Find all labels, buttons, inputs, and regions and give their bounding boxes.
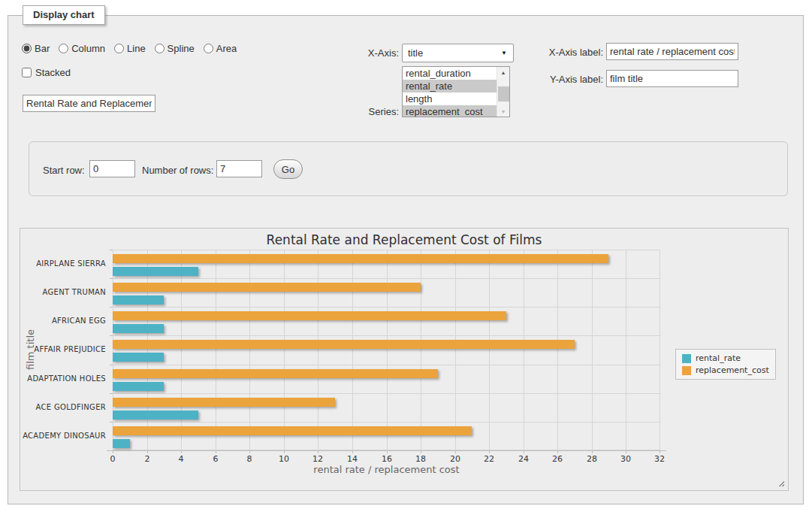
chart-type-radio-spline[interactable] [155,44,165,53]
y-category-label: ACE GOLDFINGER [20,403,106,412]
bar-replacement_cost-affair-prejudice [113,340,575,349]
legend-swatch-replacement_cost [682,366,691,375]
gridline [455,250,456,450]
chart-type-option-spline[interactable]: Spline [155,43,195,54]
x-tick-label: 14 [337,454,367,464]
gridline [352,250,353,450]
series-options: rental_durationrental_ratelengthreplacem… [403,67,509,117]
chart-type-label-column: Column [71,43,105,54]
y-category-label: AIRPLANE SIERRA [20,259,106,268]
x-axis-label-input[interactable] [606,43,738,60]
y-category-label: AFRICAN EGG [20,317,106,326]
y-axis-label-input[interactable] [606,70,738,87]
x-axis-select-label: X-Axis: [333,47,399,59]
bar-rental_rate-ace-goldfinger [113,411,198,420]
y-category-label: AGENT TRUMAN [20,288,106,297]
y-axis-tick [110,335,113,336]
x-tick-label: 18 [406,454,436,464]
chart-type-radio-line[interactable] [114,44,124,53]
bar-replacement_cost-airplane-sierra [113,254,608,263]
bar-rental_rate-affair-prejudice [113,353,164,362]
x-tick-label: 26 [542,454,572,464]
x-tick-label: 10 [269,454,299,464]
y-axis-tick [110,393,113,394]
legend-label-rental_rate: rental_rate [696,353,741,363]
series-option-length[interactable]: length [403,92,497,105]
y-axis-tick [110,278,113,279]
gridline [592,250,593,450]
x-tick-label: 22 [474,454,504,464]
gridline [249,250,250,450]
chart-legend: rental_ratereplacement_cost [675,349,776,380]
gridline [284,250,285,450]
bar-rental_rate-adaptation-holes [113,382,164,391]
stacked-checkbox-row[interactable]: Stacked [22,67,71,78]
chart-type-option-area[interactable]: Area [204,43,237,54]
y-axis-tick [110,365,113,365]
series-multiselect[interactable]: rental_durationrental_ratelengthreplacem… [402,66,510,117]
bar-replacement_cost-african-egg [113,311,506,320]
chart-type-radio-bar[interactable] [22,44,32,53]
bar-replacement_cost-agent-truman [113,283,421,292]
display-chart-panel: Display chart BarColumnLineSplineArea St… [8,15,804,504]
chart-type-option-line[interactable]: Line [114,43,146,54]
x-axis-tick [660,451,660,453]
legend-item-rental_rate[interactable]: rental_rate [682,353,769,363]
gridline [387,250,388,450]
x-axis-select[interactable]: title ▼ [402,44,514,62]
listbox-scrollbar[interactable]: ▲ ▼ [497,67,509,117]
chart-plot-area [113,250,660,450]
scrollbar-thumb[interactable] [498,86,509,101]
x-axis-tick [421,451,421,453]
gridline [489,250,490,450]
gridline [660,250,660,450]
legend-swatch-rental_rate [682,354,691,363]
go-button[interactable]: Go [273,159,303,179]
gridline [318,250,318,450]
start-row-input[interactable] [89,160,135,177]
x-tick-label: 2 [132,454,162,464]
series-select-label: Series: [333,106,399,117]
gridline [557,250,558,450]
panel-title: Display chart [23,5,105,25]
x-axis-tick [592,451,593,453]
series-option-rental_duration[interactable]: rental_duration [403,67,497,80]
x-tick-label: 28 [577,454,607,464]
y-category-label: ACADEMY DINOSAUR [20,432,106,441]
x-axis-tick [557,451,558,453]
x-axis-tick [626,451,626,453]
x-axis-tick [524,451,524,453]
x-axis-tick [113,451,113,453]
x-axis-label-caption: X-Axis label: [539,47,603,58]
chart-type-option-bar[interactable]: Bar [22,43,50,54]
x-axis-tick [352,451,353,453]
x-axis-tick [284,451,285,453]
series-option-rental_rate[interactable]: rental_rate [403,80,497,92]
series-option-replacement_cost[interactable]: replacement_cost [403,105,497,117]
legend-item-replacement_cost[interactable]: replacement_cost [682,365,769,375]
chart-type-label-bar: Bar [35,43,50,54]
y-category-label: AFFAIR PREJUDICE [20,345,106,354]
x-tick-label: 20 [440,454,470,464]
gridline [113,335,660,336]
x-axis-tick [455,451,456,453]
chart-type-radio-area[interactable] [204,44,213,53]
x-axis-tick [249,451,250,453]
y-axis-tick [110,307,113,308]
x-tick-label: 6 [201,454,231,464]
scrollbar-down-icon[interactable]: ▼ [497,106,509,117]
number-of-rows-input[interactable] [216,160,262,177]
bar-rental_rate-academy-dinosaur [113,439,130,448]
x-axis-tick [181,451,182,453]
x-axis-tick [147,451,148,453]
bar-rental_rate-airplane-sierra [113,267,198,276]
chart-title: Rental Rate and Replacement Cost of Film… [20,232,788,247]
scrollbar-up-icon[interactable]: ▲ [497,67,509,77]
chart-type-option-column[interactable]: Column [59,43,105,54]
resize-grip-icon[interactable] [777,479,784,486]
stacked-checkbox[interactable] [22,68,32,77]
chart-title-input[interactable] [23,95,155,112]
gridline [216,250,216,450]
chart-type-radio-column[interactable] [59,44,68,53]
bar-replacement_cost-adaptation-holes [113,369,438,378]
